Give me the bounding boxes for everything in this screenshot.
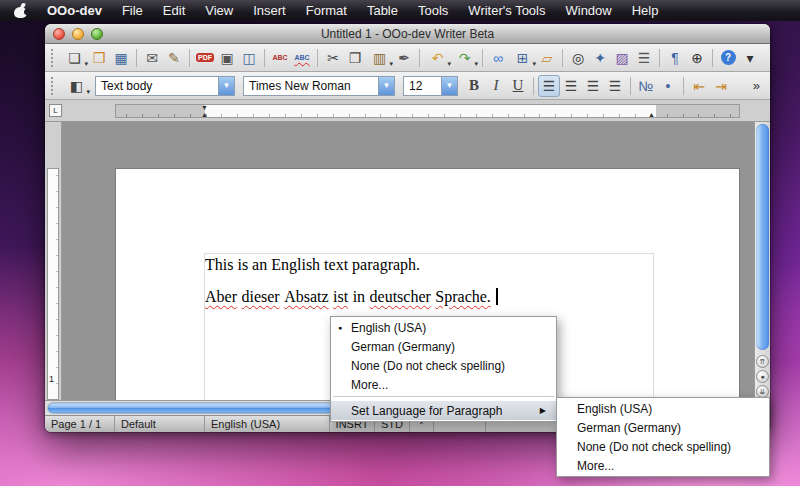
spellcheck-icon[interactable]: ABC ▾ [269,47,291,69]
autospellcheck-icon[interactable]: ABC ▾ [291,47,313,69]
bullets-button[interactable]: • ▾ [657,75,679,97]
draw-functions-icon[interactable]: ▱ ▾ [536,47,558,69]
menubar-item-view[interactable]: View [195,0,243,21]
titlebar[interactable]: Untitled 1 - OOo-dev Writer Beta [45,24,770,44]
edit-file-icon[interactable]: ✎ ▾ [163,47,185,69]
increase-indent-button[interactable]: ⇥ ▾ [710,75,732,97]
format-paintbrush-icon[interactable]: ✒ ▾ [393,47,415,69]
menu-item-more[interactable]: ● More... ▶ [331,375,556,394]
undo-icon[interactable]: ↶ ▾ [424,47,451,69]
document-word: deutscher [370,288,431,305]
menubar-item-table[interactable]: Table [357,0,408,21]
menubar-item-edit[interactable]: Edit [153,0,195,21]
menu-item-set-language-for-paragraph[interactable]: ● Set Language for Paragraph ▶ [331,401,556,420]
toolbar-button: ▾ [626,75,635,97]
chevron-down-icon[interactable]: ▼ [441,77,457,95]
toolbar-options-icon[interactable]: ▾ ▾ [739,47,761,69]
zoom-icon[interactable]: ⊕ ▾ [686,47,708,69]
font-name-select[interactable]: Times New Roman ▼ [243,76,395,96]
align-center-button[interactable]: ☰ ▾ [560,75,582,97]
data-sources-icon[interactable]: ☰ ▾ [633,47,655,69]
menubar-item-help[interactable]: Help [622,0,669,21]
text-cursor [496,288,498,305]
help-icon[interactable]: ? ▾ [717,47,739,69]
submenu-item-none[interactable]: ● None (Do not check spelling) ▶ [557,437,769,456]
menubar-item-insert[interactable]: Insert [243,0,296,21]
numbering-button[interactable]: № ▾ [635,75,657,97]
toolbar-grip[interactable] [51,49,56,67]
indent-marker[interactable]: ▼ [201,104,208,111]
vertical-scrollbar-thumb[interactable] [756,124,769,350]
document-word: Sprache. [435,288,491,305]
menubar-item-window[interactable]: Window [555,0,621,21]
decrease-indent-button[interactable]: ⇤ ▾ [688,75,710,97]
navigation-button[interactable]: ● [756,370,769,383]
toolbar-button: ▾ [655,47,664,69]
vertical-scrollbar[interactable]: ⇈ ● ⇊ [754,122,770,400]
font-size-select[interactable]: 12 ▼ [403,76,458,96]
document-text[interactable]: This is an English text paragraph. Aberd… [205,255,652,319]
window-controls [53,28,103,40]
gallery-icon[interactable]: ▨ ▾ [611,47,633,69]
apple-menu-icon[interactable] [14,4,27,18]
submenu-item-more[interactable]: ● More... ▶ [557,456,769,475]
menubar-item-file[interactable]: File [112,0,153,21]
find-replace-icon[interactable]: ◎ ▾ [567,47,589,69]
justify-button[interactable]: ☰ ▾ [604,75,626,97]
underline-button[interactable]: U ▾ [507,75,529,97]
toolbar-button: ▾ [558,47,567,69]
save-icon[interactable]: ▦ ▾ [110,47,132,69]
menubar-item-format[interactable]: Format [296,0,357,21]
bold-button[interactable]: B ▾ [463,75,485,97]
align-right-button[interactable]: ☰ ▾ [582,75,604,97]
chevron-down-icon[interactable]: ▼ [378,77,394,95]
page-indicator[interactable]: Page 1 / 1 [45,416,115,432]
paste-icon[interactable]: ▥ ▾ [366,47,393,69]
submenu-item-german-germany[interactable]: ● German (Germany) ▶ [557,418,769,437]
print-icon[interactable]: ▣ ▾ [216,47,238,69]
page-style-indicator[interactable]: Default [115,416,205,432]
minimize-button[interactable] [72,28,84,40]
toolbar-button: ▾ [313,47,322,69]
language-indicator[interactable]: English (USA) [205,416,330,432]
chevron-down-icon[interactable]: ▼ [218,77,234,95]
zoom-window-button[interactable] [91,28,103,40]
table-icon[interactable]: ⊞ ▾ [509,47,536,69]
menubar-item-app[interactable]: OOo-dev [37,0,112,21]
export-pdf-icon[interactable]: PDF ▾ [194,47,216,69]
styles-panel-button[interactable]: ◧ ▾ [63,75,90,97]
document-word: in [353,288,365,305]
menu-item-english-usa[interactable]: ● English (USA) ▶ [331,318,556,337]
submenu-item-english-usa[interactable]: ● English (USA) ▶ [557,399,769,418]
open-icon[interactable]: ❒ ▾ [88,47,110,69]
email-icon[interactable]: ✉ ▾ [141,47,163,69]
navigator-icon[interactable]: ✦ ▾ [589,47,611,69]
indent-marker[interactable]: ▲ [648,111,655,118]
toolbar-button: ▾ [478,47,487,69]
nonprinting-characters-icon[interactable]: ¶ ▾ [664,47,686,69]
hyperlink-icon[interactable]: ∞ ▾ [487,47,509,69]
close-button[interactable] [53,28,65,40]
paragraph-style-select[interactable]: Text body ▼ [95,76,235,96]
toolbar-grip[interactable] [51,77,56,95]
toolbar-button: ▾ [529,75,538,97]
font-name-value: Times New Roman [244,79,378,93]
tab-stop-selector[interactable]: L [49,104,62,117]
align-left-button[interactable]: ☰ ▾ [538,75,560,97]
italic-button[interactable]: I ▾ [485,75,507,97]
menubar-item-writers-tools[interactable]: Writer's Tools [458,0,555,21]
new-document-icon[interactable]: ❏ ▾ [61,47,88,69]
page-preview-icon[interactable]: ◫ ▾ [238,47,260,69]
copy-icon[interactable]: ❐ ▾ [344,47,366,69]
cut-icon[interactable]: ✂ ▾ [322,47,344,69]
german-paragraph: AberdieserAbsatzistindeutscherSprache. [205,287,652,308]
redo-icon[interactable]: ↷ ▾ [451,47,478,69]
submenu-arrow-icon: ▶ [540,406,546,415]
menu-item-german-germany[interactable]: ● German (Germany) ▶ [331,337,556,356]
toolbar-overflow-icon[interactable]: » [747,78,766,93]
indent-marker[interactable]: ▲ [201,111,208,118]
menu-item-none[interactable]: ● None (Do not check spelling) ▶ [331,356,556,375]
toolbar-button: ▾ [415,47,424,69]
menubar-item-tools[interactable]: Tools [408,0,458,21]
previous-page-button[interactable]: ⇈ [756,355,769,368]
